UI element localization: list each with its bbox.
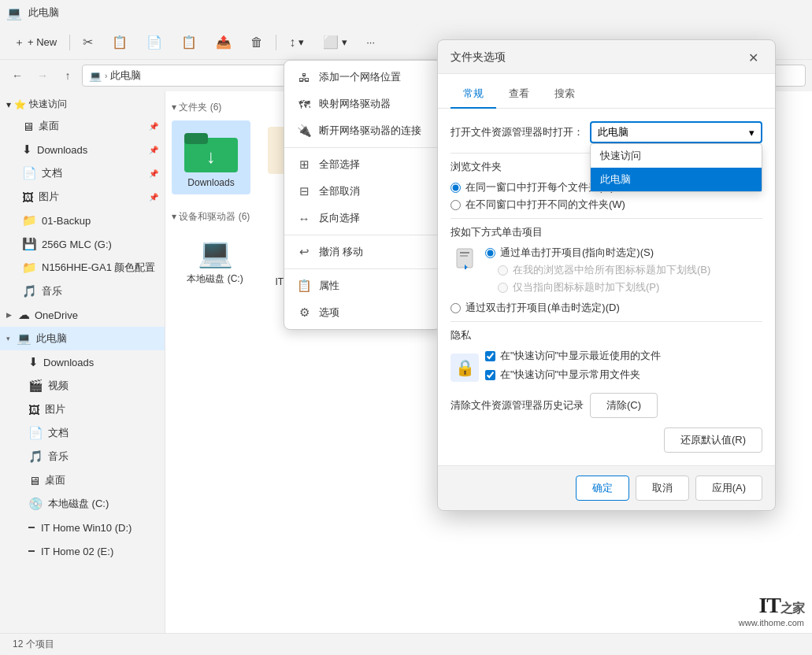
ctx-options[interactable]: ⚙ 选项 [284,299,440,326]
click-radio-double: 通过双击打开项目(单击时选定)(D) [450,301,762,315]
delete-button[interactable]: 🗑 [243,31,271,54]
status-text: 12 个项目 [13,638,54,651]
sidebar-item-backup[interactable]: 📁 01-Backup [0,209,165,232]
share-button[interactable]: 📤 [208,30,239,54]
clear-button[interactable]: 清除(C) [590,393,658,418]
dialog-footer: 确定 取消 应用(A) [438,465,775,510]
sidebar-item-thispc-pics[interactable]: 🖼 图片 [0,398,165,421]
ctx-map-drive[interactable]: 🗺 映射网络驱动器 [284,91,440,117]
sidebar-quickaccess-header[interactable]: ▾ ⭐ 快速访问 [0,94,165,114]
restore-defaults-button[interactable]: 还原默认值(R) [664,427,762,453]
click-radio-underline-browser: 在我的浏览器中给所有图标标题加下划线(B) [485,263,710,277]
ctx-select-all[interactable]: ⊞ 全部选择 [284,151,440,178]
dialog-close-button[interactable]: ✕ [743,48,762,67]
drive-c-icon: 💿 [28,497,43,511]
privacy-common-folders-input[interactable] [485,370,495,380]
back-button[interactable]: ← [6,65,28,87]
pin-icon: 📌 [149,169,158,178]
sidebar-item-thispc-e[interactable]: IT Home 02 (E:) [0,539,165,563]
ctx-sep-2 [284,235,440,235]
click-icon-single [450,246,479,274]
click-radio-double-input[interactable] [450,303,461,313]
tab-view[interactable]: 查看 [496,80,542,109]
title-bar: 💻 此电脑 [0,0,812,25]
status-bar: 12 个项目 [0,633,812,655]
ctx-sep-3 [284,268,440,269]
pin-icon: 📌 [149,146,158,154]
tab-general[interactable]: 常规 [450,80,496,109]
sort-icon: ↕ [289,35,295,50]
dropdown-list: 快速访问 此电脑 [590,143,762,192]
disconnect-icon: 🔌 [297,124,311,138]
documents-icon: 📄 [22,166,37,180]
cut-button[interactable]: ✂ [75,30,101,54]
folder-options-dialog: 文件夹选项 ✕ 常规 查看 搜索 打开文件资源管理器时打开： 此电脑 ▾ 快速访… [437,39,776,511]
sidebar-item-n156[interactable]: 📁 N156HHE-GA1 颜色配置 [0,256,165,279]
click-radio-single: 通过单击打开项目(指向时选定)(S) [485,246,710,260]
up-button[interactable]: ↑ [57,65,79,87]
sidebar: ▾ ⭐ 快速访问 🖥 桌面 📌 ⬇ Downloads 📌 📄 文档 📌 🖼 图… [0,91,165,633]
ctx-disconnect[interactable]: 🔌 断开网络驱动器的连接 [284,117,440,144]
file-item-downloads[interactable]: ↓ Downloads [172,120,250,194]
browse-radio-diff-window-input[interactable] [450,200,461,210]
sidebar-item-256g[interactable]: 💾 256G MLC (G:) [0,232,165,256]
toolbar-sep-2 [276,35,276,50]
ctx-properties[interactable]: 📋 属性 [284,272,440,299]
underline-hover-input[interactable] [498,283,508,293]
sidebar-item-thispc-c[interactable]: 💿 本地磁盘 (C:) [0,492,165,516]
toolbar-sep-1 [69,35,70,50]
view-button[interactable]: ⬜ ▾ [315,30,355,54]
copy-icon: 📋 [112,35,128,50]
ctx-undo[interactable]: ↩ 撤消 移动 [284,239,440,265]
dialog-body: 打开文件资源管理器时打开： 此电脑 ▾ 快速访问 此电脑 浏览文件夹 [438,109,775,465]
downloads-icon: ⬇ [22,142,32,157]
pin-icon: 📌 [149,193,158,202]
ctx-deselect-all[interactable]: ⊟ 全部取消 [284,178,440,205]
properties-icon: 📋 [297,279,311,293]
downloads-folder-icon: ↓ [183,127,239,174]
click-row-singleclick: 通过单击打开项目(指向时选定)(S) 在我的浏览器中给所有图标标题加下划线(B)… [450,246,762,298]
new-icon: ＋ [14,35,24,50]
sidebar-item-onedrive[interactable]: ▶ ☁ OneDrive [0,303,165,327]
forward-button[interactable]: → [32,65,54,87]
restore-defaults-row: 还原默认值(R) [450,427,762,453]
more-button[interactable]: ··· [358,31,383,53]
paste-button[interactable]: 📄 [139,30,170,54]
sidebar-item-thispc-docs[interactable]: 📄 文档 [0,421,165,445]
new-button[interactable]: ＋ + New [6,31,65,54]
sidebar-item-downloads[interactable]: ⬇ Downloads 📌 [0,138,165,161]
cancel-button[interactable]: 取消 [636,476,689,501]
dropdown-chevron-icon: ▾ [749,127,755,139]
underline-browser-input[interactable] [498,265,508,276]
dropdown-option-quickaccess[interactable]: 快速访问 [591,144,762,168]
dropdown-option-thispc[interactable]: 此电脑 [591,168,762,191]
sidebar-item-thispc-video[interactable]: 🎬 视频 [0,374,165,398]
ok-button[interactable]: 确定 [576,476,629,501]
browse-radio-same-window-input[interactable] [450,183,461,193]
sidebar-item-pictures[interactable]: 🖼 图片 📌 [0,185,165,209]
quickaccess-expand-icon: ▾ [6,99,11,110]
sidebar-item-thispc-music[interactable]: 🎵 音乐 [0,445,165,468]
copy-button[interactable]: 📋 [104,30,135,54]
context-menu: 🖧 添加一个网络位置 🗺 映射网络驱动器 🔌 断开网络驱动器的连接 ⊞ 全部选择… [284,60,441,330]
sidebar-item-thispc-d[interactable]: IT Home Win10 (D:) [0,516,165,539]
drive-item-c[interactable]: 💻 本地磁盘 (C:) [172,230,258,305]
tab-search[interactable]: 搜索 [542,80,588,109]
dropdown-trigger[interactable]: 此电脑 ▾ [590,121,762,143]
sort-button[interactable]: ↕ ▾ [281,31,312,54]
sidebar-item-music[interactable]: 🎵 音乐 [0,279,165,303]
sidebar-item-thispc-downloads[interactable]: ⬇ Downloads [0,350,165,374]
ctx-add-network[interactable]: 🖧 添加一个网络位置 [284,64,440,91]
sidebar-item-thispc[interactable]: ▾ 💻 此电脑 [0,327,165,350]
sidebar-item-documents[interactable]: 📄 文档 📌 [0,161,165,185]
sidebar-item-thispc-desktop[interactable]: 🖥 桌面 [0,468,165,492]
click-radio-underline-hover: 仅当指向图标标题时加下划线(P) [485,280,710,294]
apply-button[interactable]: 应用(A) [695,476,762,501]
privacy-recent-files-input[interactable] [485,351,495,361]
privacy-icon: 🔒 [450,353,479,382]
ctx-invert-selection[interactable]: ↔ 反向选择 [284,205,440,231]
click-radio-single-input[interactable] [485,248,495,258]
deselect-all-icon: ⊟ [297,184,311,198]
clipboard-button[interactable]: 📋 [173,30,205,54]
sidebar-item-desktop[interactable]: 🖥 桌面 📌 [0,114,165,138]
